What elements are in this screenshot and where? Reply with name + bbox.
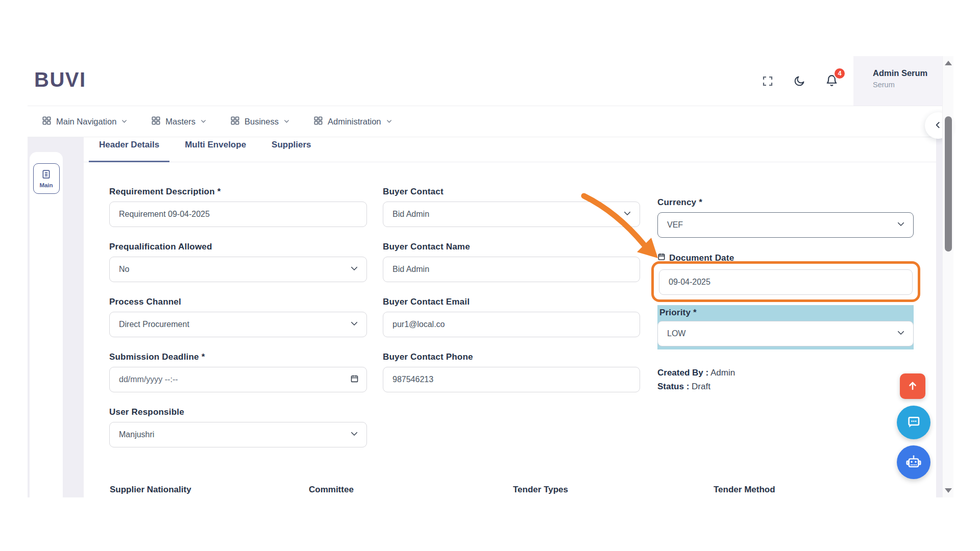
scrollbar-down-arrow[interactable] [945,488,952,493]
brand-logo: BUVI [34,68,86,91]
nav-item-label: Masters [165,117,195,127]
priority-select[interactable]: LOW [657,321,914,346]
fullscreen-icon[interactable] [760,73,775,89]
tab-bar: Header Details Multi Envelope Suppliers [84,137,936,162]
select-value: VEF [667,220,683,230]
input-value: 987546213 [393,375,433,384]
chevron-down-icon [896,328,905,339]
field-buyer-contact-email: Buyer Contact Email pur1@local.co [383,297,640,337]
nav-item-masters[interactable]: Masters [151,116,207,128]
field-label: User Responsible [109,407,367,417]
field-buyer-contact: Buyer Contact Bid Admin [383,187,640,227]
buyer-contact-email-input[interactable]: pur1@local.co [383,312,640,337]
field-label: Buyer Contact Name [383,242,640,252]
chevron-down-icon [350,429,359,440]
app-window: BUVI 4 Admin Serum Serum Main Navigation… [28,56,953,497]
grid-icon [151,116,161,128]
buyer-contact-phone-input[interactable]: 987546213 [383,367,640,392]
field-label: Buyer Contact Phone [383,352,640,362]
chevron-down-icon [386,117,393,127]
chatbot-button[interactable] [897,445,930,479]
scroll-to-top-button[interactable] [900,373,925,399]
user-responsible-select[interactable]: Manjushri [109,422,367,447]
field-label: Currency * [657,197,914,208]
user-role: Serum [873,81,944,89]
chevron-down-icon [350,319,359,330]
scrollbar-thumb[interactable] [945,116,952,252]
select-value: LOW [667,329,685,338]
process-channel-select[interactable]: Direct Procurement [109,312,367,337]
document-date-highlight-box: 09-04-2025 [651,261,920,302]
input-value: pur1@local.co [393,320,445,329]
user-profile[interactable]: Admin Serum Serum [853,56,944,106]
field-label: Requirement Description * [109,187,367,197]
field-label-tender-method: Tender Method [714,485,775,495]
submission-deadline-input[interactable]: dd/mm/yyyy --:-- [109,367,367,392]
nav-item-label: Administration [328,117,381,127]
chevron-down-icon [896,219,905,231]
buyer-contact-select[interactable]: Bid Admin [383,202,640,227]
tab-header-details[interactable]: Header Details [89,137,169,162]
requirement-description-input[interactable]: Requirement 09-04-2025 [109,202,367,227]
user-name: Admin Serum [873,68,944,78]
nav-item-label: Main Navigation [56,117,116,127]
calendar-icon[interactable] [350,374,359,385]
status-label: Status : [657,382,689,391]
chevron-left-icon [933,120,943,132]
robot-icon [905,453,922,472]
arrow-up-icon [906,380,919,393]
priority-highlight-band: Priority * LOW [657,305,914,349]
input-placeholder: dd/mm/yyyy --:-- [119,375,178,384]
field-submission-deadline: Submission Deadline * dd/mm/yyyy --:-- [109,352,367,392]
document-date-input[interactable]: 09-04-2025 [659,269,913,295]
status-value: Draft [692,382,710,391]
chat-button[interactable] [897,406,930,439]
field-label-committee: Committee [309,485,354,495]
created-by-label: Created By : [657,368,708,378]
created-by-line: Created By : Admin [657,368,735,378]
top-header: BUVI 4 Admin Serum Serum [28,56,953,106]
nav-item-business[interactable]: Business [230,116,290,128]
field-buyer-contact-name: Buyer Contact Name Bid Admin [383,242,640,282]
field-label: Submission Deadline * [109,352,367,362]
field-label-supplier-nationality: Supplier Nationality [110,485,191,495]
field-currency: Currency * VEF [657,197,914,238]
main-navbar: Main Navigation Masters Business Adminis… [28,106,953,137]
select-value: No [119,265,129,274]
grid-icon [42,116,52,128]
field-label: Buyer Contact Email [383,297,640,307]
scrollbar-up-arrow[interactable] [945,61,952,65]
field-label-tender-types: Tender Types [513,485,568,495]
field-user-responsible: User Responsible Manjushri [109,407,367,447]
nav-item-administration[interactable]: Administration [313,116,393,128]
sidebar-item-main[interactable]: Main [33,163,60,194]
buyer-contact-name-input[interactable]: Bid Admin [383,257,640,282]
nav-item-label: Business [244,117,279,127]
select-value: Manjushri [119,430,154,439]
chevron-down-icon [283,117,290,127]
input-value: 09-04-2025 [669,278,710,287]
input-value: Bid Admin [393,265,429,274]
page-scrollbar[interactable] [942,56,953,497]
document-icon [41,169,52,181]
prequalification-allowed-select[interactable]: No [109,257,367,282]
nav-item-main-navigation[interactable]: Main Navigation [42,116,128,128]
field-buyer-contact-phone: Buyer Contact Phone 987546213 [383,352,640,392]
chevron-down-icon [121,117,128,127]
field-label: Buyer Contact [383,187,640,197]
sidebar: Main [30,152,63,497]
select-value: Bid Admin [393,210,429,219]
field-label: Prequalification Allowed [109,242,367,252]
dark-mode-moon-icon[interactable] [792,73,807,89]
chat-bubble-icon [905,414,922,432]
created-by-value: Admin [710,368,735,378]
notifications-bell-icon[interactable]: 4 [824,73,839,89]
input-value: Requirement 09-04-2025 [119,210,210,219]
field-prequalification-allowed: Prequalification Allowed No [109,242,367,282]
notification-badge: 4 [834,67,846,80]
currency-select[interactable]: VEF [657,212,914,238]
tab-multi-envelope[interactable]: Multi Envelope [175,137,256,162]
field-label: Process Channel [109,297,367,307]
field-label: Priority * [657,307,914,321]
tab-suppliers[interactable]: Suppliers [261,137,321,162]
